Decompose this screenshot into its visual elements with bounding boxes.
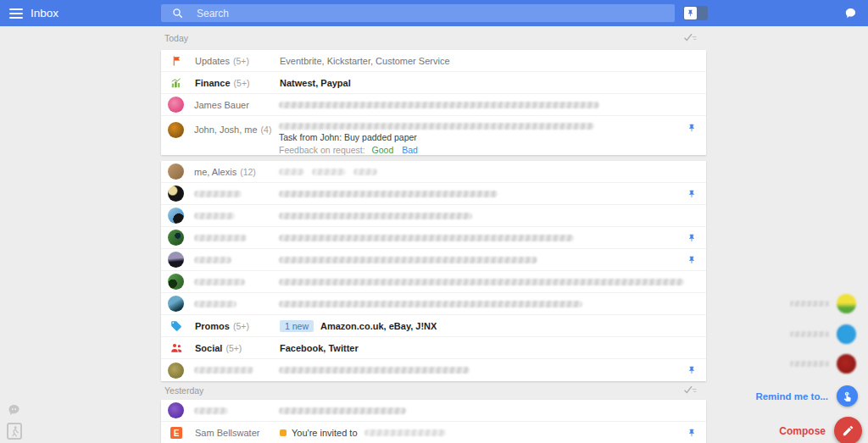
feedback-bad-link[interactable]: Bad xyxy=(402,145,418,155)
sender-name: Sam Bellswater xyxy=(195,428,259,438)
reminder-hand-icon xyxy=(842,390,853,401)
pin-icon[interactable] xyxy=(677,123,706,133)
redacted-sender xyxy=(194,213,235,219)
email-row-invite[interactable]: E Sam Bellswater You're invited to xyxy=(161,422,706,443)
new-count-badge: 1 new xyxy=(280,320,314,332)
bundle-row-promos[interactable]: Promos (5+) 1 new Amazon.co.uk, eBay, J!… xyxy=(161,315,706,337)
email-row[interactable] xyxy=(161,293,706,315)
redacted-subject xyxy=(279,169,304,175)
redacted-subject xyxy=(279,301,582,307)
bundle-senders: Eventbrite, Kickstarter, Customer Servic… xyxy=(280,56,450,66)
tag-icon xyxy=(168,320,185,332)
task-text: Task from John: Buy padded paper xyxy=(279,132,417,142)
email-row[interactable] xyxy=(161,183,706,205)
shortcut-avatar-red[interactable] xyxy=(837,354,856,374)
thread-count: (12) xyxy=(240,167,256,177)
redacted-subject xyxy=(279,213,472,219)
feedback-line: Feedback on request:GoodBad xyxy=(279,145,418,155)
redacted-sender xyxy=(194,257,231,263)
bundle-count: (5+) xyxy=(233,321,249,331)
avatar xyxy=(168,208,184,224)
top-bar: Inbox xyxy=(0,0,868,26)
bundle-senders: Amazon.co.uk, eBay, J!NX xyxy=(320,321,437,331)
bundle-count: (5+) xyxy=(233,56,249,66)
feedback-label: Feedback on request: xyxy=(279,145,365,155)
bundle-count: (5+) xyxy=(225,343,242,353)
search-bar[interactable] xyxy=(161,4,675,22)
compose-label: Compose xyxy=(779,425,826,437)
pencil-icon xyxy=(842,424,854,437)
redacted-subject xyxy=(364,429,446,436)
redacted-subject xyxy=(279,123,594,130)
bundle-row-finance[interactable]: Finance (5+) Natwest, Paypal xyxy=(161,72,706,94)
sweep-icon[interactable] xyxy=(683,30,698,46)
remind-me-action[interactable]: Remind me to... xyxy=(755,385,858,407)
feedback-good-link[interactable]: Good xyxy=(372,145,394,155)
sender-name: James Bauer xyxy=(194,100,249,110)
email-row[interactable] xyxy=(161,400,706,422)
redacted-sender xyxy=(194,279,245,285)
pin-icon[interactable] xyxy=(677,233,706,243)
compose-action[interactable]: Compose xyxy=(779,417,862,443)
redacted-subject xyxy=(279,102,599,108)
remind-me-label: Remind me to... xyxy=(755,391,828,401)
pin-filter-toggle[interactable] xyxy=(683,6,708,20)
chat-bubble-icon[interactable] xyxy=(844,7,857,23)
shortcut-avatar-yellow-green[interactable] xyxy=(837,294,856,313)
page-title: Inbox xyxy=(31,0,58,26)
bundle-name: Promos xyxy=(195,321,230,331)
reminder-button[interactable] xyxy=(837,385,858,407)
email-row[interactable] xyxy=(161,227,706,249)
search-icon xyxy=(172,8,183,19)
email-cluster-1: Updates (5+) Eventbrite, Kickstarter, Cu… xyxy=(161,50,706,155)
bundle-name: Updates xyxy=(195,56,230,66)
redacted-sender xyxy=(194,235,247,241)
compose-button[interactable] xyxy=(834,417,862,443)
pin-icon[interactable] xyxy=(677,428,706,438)
flag-icon xyxy=(168,55,185,67)
email-row[interactable]: James Bauer xyxy=(161,94,706,116)
email-cluster-3: E Sam Bellswater You're invited to xyxy=(161,400,706,443)
quick-shortcut-1[interactable] xyxy=(790,294,856,313)
thread-count: (4) xyxy=(261,125,272,135)
walking-person-icon[interactable] xyxy=(7,423,22,440)
redacted-sender xyxy=(194,191,242,197)
redacted-subject xyxy=(279,407,406,414)
email-row-task[interactable]: John, Josh, me (4) Task from John: Buy p… xyxy=(161,116,706,155)
email-cluster-2: me, Alexis (12) xyxy=(161,161,706,381)
subject-prefix: You're invited to xyxy=(292,428,358,438)
quick-shortcut-3[interactable] xyxy=(790,354,856,374)
bundle-senders: Natwest, Paypal xyxy=(280,78,351,88)
email-row[interactable] xyxy=(161,249,706,271)
redacted-subject xyxy=(279,235,574,241)
sweep-icon[interactable] xyxy=(683,383,698,398)
avatar xyxy=(168,97,184,113)
finance-chart-icon xyxy=(168,77,185,89)
redacted-subject xyxy=(279,279,684,285)
avatar xyxy=(168,363,184,379)
redacted-shortcut-label xyxy=(790,361,829,367)
bundle-row-updates[interactable]: Updates (5+) Eventbrite, Kickstarter, Cu… xyxy=(161,50,706,72)
email-row[interactable] xyxy=(161,359,706,381)
avatar xyxy=(168,296,184,312)
shortcut-avatar-blue[interactable] xyxy=(837,324,856,344)
pin-icon[interactable] xyxy=(677,365,706,375)
section-header-today: Today xyxy=(161,26,706,50)
menu-icon[interactable] xyxy=(9,8,23,19)
pin-icon[interactable] xyxy=(677,189,706,199)
bundle-row-social[interactable]: Social (5+) Facebook, Twitter xyxy=(161,337,706,359)
email-row[interactable] xyxy=(161,205,706,227)
pin-icon[interactable] xyxy=(677,255,706,265)
search-input[interactable] xyxy=(183,4,675,22)
email-row[interactable]: me, Alexis (12) xyxy=(161,161,706,183)
bundle-senders: Facebook, Twitter xyxy=(280,343,359,353)
feedback-bubble-icon[interactable] xyxy=(7,403,21,420)
redacted-subject xyxy=(279,191,498,197)
redacted-subject xyxy=(279,367,470,374)
quick-shortcut-2[interactable] xyxy=(790,324,856,344)
pin-toggle-knob xyxy=(684,7,697,19)
section-label: Today xyxy=(164,26,188,50)
email-row[interactable] xyxy=(161,271,706,293)
avatar xyxy=(168,274,184,290)
pin-icon xyxy=(687,9,694,17)
